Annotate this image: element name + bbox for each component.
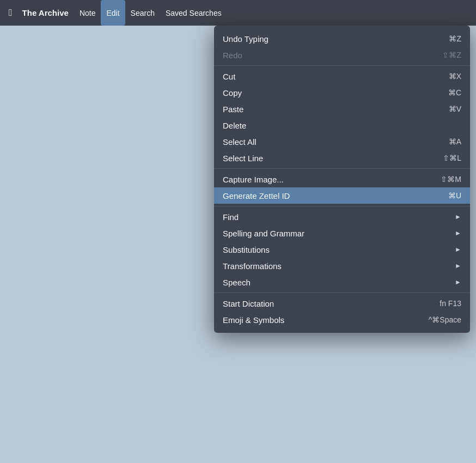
cut-label: Cut xyxy=(223,72,438,81)
app-name[interactable]: The Archive xyxy=(17,0,74,26)
emoji-symbols-item[interactable]: Emoji & Symbols ^⌘Space xyxy=(214,312,470,328)
cut-item[interactable]: Cut ⌘X xyxy=(214,68,470,84)
capture-image-label: Capture Image... xyxy=(223,175,430,184)
select-line-label: Select Line xyxy=(223,154,432,163)
saved-searches-menu[interactable]: Saved Searches xyxy=(160,0,227,26)
generate-zettel-id-shortcut: ⌘U xyxy=(448,191,461,200)
start-dictation-item[interactable]: Start Dictation fn F13 xyxy=(214,295,470,312)
find-item[interactable]: Find ► xyxy=(214,209,470,225)
select-all-label: Select All xyxy=(223,137,438,147)
paste-item[interactable]: Paste ⌘V xyxy=(214,101,470,117)
copy-shortcut: ⌘C xyxy=(448,88,461,97)
special-section: Capture Image... ⇧⌘M Generate Zettel ID … xyxy=(214,169,470,206)
paste-shortcut: ⌘V xyxy=(449,105,461,113)
input-section: Start Dictation fn F13 Emoji & Symbols ^… xyxy=(214,293,470,330)
select-line-shortcut: ⇧⌘L xyxy=(443,154,461,162)
delete-item[interactable]: Delete xyxy=(214,117,470,133)
transformations-arrow-icon: ► xyxy=(455,262,461,270)
select-line-item[interactable]: Select Line ⇧⌘L xyxy=(214,150,470,166)
copy-label: Copy xyxy=(223,88,437,98)
speech-label: Speech xyxy=(223,278,455,287)
search-menu[interactable]: Search xyxy=(125,0,160,26)
generate-zettel-id-item[interactable]: Generate Zettel ID ⌘U xyxy=(214,187,470,204)
generate-zettel-id-label: Generate Zettel ID xyxy=(223,191,437,200)
redo-item[interactable]: Redo ⇧⌘Z xyxy=(214,47,470,63)
apple-icon:  xyxy=(9,7,13,19)
capture-image-shortcut: ⇧⌘M xyxy=(441,175,461,184)
menubar:  The Archive Note Edit Search Saved Sea… xyxy=(0,0,476,26)
redo-label: Redo xyxy=(223,51,431,60)
edit-dropdown-menu: Undo Typing ⌘Z Redo ⇧⌘Z Cut ⌘X Copy ⌘C P… xyxy=(214,26,470,333)
find-group-section: Find ► Spelling and Grammar ► Substituti… xyxy=(214,206,470,293)
redo-shortcut: ⇧⌘Z xyxy=(442,51,461,59)
start-dictation-label: Start Dictation xyxy=(223,299,429,308)
select-all-shortcut: ⌘A xyxy=(449,137,461,146)
delete-label: Delete xyxy=(223,121,450,130)
find-arrow-icon: ► xyxy=(455,213,461,221)
paste-label: Paste xyxy=(223,105,438,114)
transformations-label: Transformations xyxy=(223,261,455,271)
undo-typing-shortcut: ⌘Z xyxy=(449,34,461,43)
speech-item[interactable]: Speech ► xyxy=(214,274,470,290)
copy-item[interactable]: Copy ⌘C xyxy=(214,84,470,101)
substitutions-label: Substitutions xyxy=(223,245,455,254)
search-menu-label: Search xyxy=(131,9,155,17)
transformations-item[interactable]: Transformations ► xyxy=(214,258,470,274)
edit-menu-label: Edit xyxy=(106,9,119,17)
note-menu-label: Note xyxy=(80,9,96,17)
select-all-item[interactable]: Select All ⌘A xyxy=(214,133,470,150)
emoji-symbols-shortcut: ^⌘Space xyxy=(429,315,461,324)
speech-arrow-icon: ► xyxy=(455,278,461,286)
capture-image-item[interactable]: Capture Image... ⇧⌘M xyxy=(214,171,470,187)
apple-menu[interactable]:  xyxy=(4,0,17,26)
emoji-symbols-label: Emoji & Symbols xyxy=(223,315,418,325)
spelling-grammar-arrow-icon: ► xyxy=(455,229,461,237)
edit-menu[interactable]: Edit xyxy=(101,0,125,26)
substitutions-item[interactable]: Substitutions ► xyxy=(214,241,470,258)
start-dictation-shortcut: fn F13 xyxy=(440,299,461,308)
note-menu[interactable]: Note xyxy=(74,0,101,26)
undo-redo-section: Undo Typing ⌘Z Redo ⇧⌘Z xyxy=(214,28,470,66)
undo-typing-label: Undo Typing xyxy=(223,34,438,44)
undo-typing-item[interactable]: Undo Typing ⌘Z xyxy=(214,31,470,47)
clipboard-section: Cut ⌘X Copy ⌘C Paste ⌘V Delete Select Al… xyxy=(214,66,470,169)
saved-searches-menu-label: Saved Searches xyxy=(166,9,222,17)
spelling-grammar-label: Spelling and Grammar xyxy=(223,229,455,238)
substitutions-arrow-icon: ► xyxy=(455,246,461,253)
spelling-grammar-item[interactable]: Spelling and Grammar ► xyxy=(214,225,470,241)
cut-shortcut: ⌘X xyxy=(449,72,461,81)
find-label: Find xyxy=(223,212,455,222)
